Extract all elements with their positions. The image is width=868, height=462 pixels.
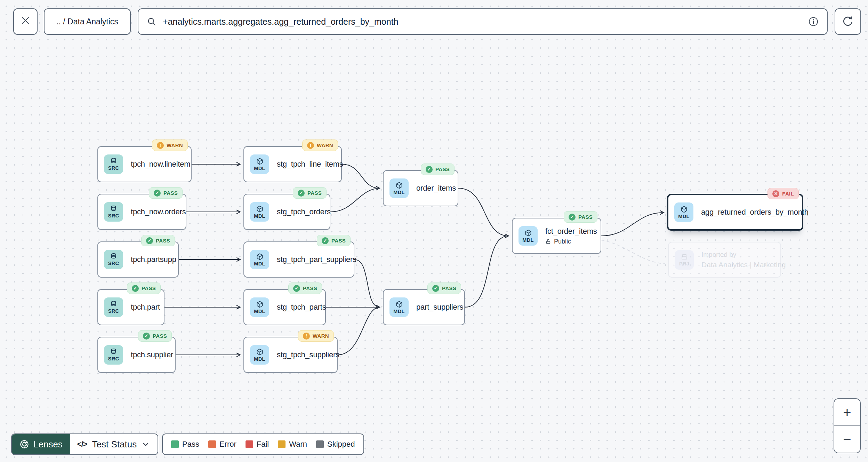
node-label: fct_order_items [545,227,597,236]
status-label: FAIL [782,191,794,197]
test-status-legend: Pass Error Fail Warn Skipped [162,433,364,455]
code-icon: </> [77,440,87,449]
check-icon: ✓ [298,190,305,197]
status-label: WARN [167,142,183,148]
warn-icon: ! [303,333,310,340]
node-label: stg_tpch_orders [277,207,331,216]
cube-icon [256,205,264,213]
cube-icon [256,158,264,165]
node-label: agg_returned_orders_by_month [701,208,809,217]
cube-icon [395,182,403,189]
info-icon[interactable] [808,16,819,27]
node-tpch-supplier[interactable]: ✓PASS SRC tpch.supplier [97,337,176,373]
legend-item-skipped: Skipped [316,440,355,449]
node-label: tpch.partsupp [131,255,176,264]
node-agg-returned-orders-by-month[interactable]: ✕FAIL MDL agg_returned_orders_by_month [667,194,803,231]
node-stg-tpch-line-items[interactable]: !WARN MDL stg_tpch_line_items [243,146,342,182]
model-type-icon: MDL [250,154,269,174]
source-type-icon: SRC [104,345,123,365]
check-icon: ✓ [293,285,300,292]
lens-selected-value: Test Status [92,439,137,450]
search-input[interactable] [163,17,802,27]
lenses-button[interactable]: Lenses [12,434,70,454]
zoom-out-button[interactable]: − [834,426,860,453]
search-bar[interactable] [138,8,828,35]
node-stg-tpch-suppliers[interactable]: !WARN MDL stg_tpch_suppliers [243,337,338,373]
database-icon [110,348,117,356]
status-badge: ✓PASS [317,235,351,246]
status-label: PASS [578,214,593,220]
imported-by-label: Imported by [701,251,786,258]
node-label: tpch_now.orders [131,207,186,216]
status-label: PASS [442,285,456,291]
database-icon [110,253,117,260]
lineage-canvas[interactable]: .. / Data Analytics !WARN SRC tpch_now.l… [0,0,868,462]
cube-icon [680,206,688,213]
status-label: PASS [156,238,170,244]
node-tpch-part[interactable]: ✓PASS SRC tpch.part [97,289,164,325]
close-button[interactable] [13,8,38,35]
model-type-icon: MDL [250,345,269,365]
project-name: Data Analytics | Marketing [701,261,786,269]
status-badge: ✓PASS [141,235,175,246]
skipped-swatch [316,440,324,448]
check-icon: ✓ [426,166,433,173]
aperture-icon [19,439,29,449]
node-part-suppliers[interactable]: ✓PASS MDL part_suppliers [383,289,465,325]
source-type-icon: SRC [104,297,123,317]
source-type-icon: SRC [104,154,123,174]
node-label: order_items [416,184,456,193]
check-icon: ✓ [322,237,329,244]
fail-swatch [246,440,253,448]
search-icon [147,17,156,26]
lens-selector-dropdown[interactable]: </> Test Status [70,434,158,454]
check-icon: ✓ [146,237,153,244]
status-label: PASS [331,238,346,244]
status-label: WARN [317,142,333,148]
status-badge: !WARN [298,330,334,342]
status-label: WARN [313,333,329,339]
model-type-icon: MDL [519,226,538,246]
refresh-icon [842,16,854,27]
node-stg-tpch-parts[interactable]: ✓PASS MDL stg_tpch_parts [243,289,326,325]
close-icon [20,15,31,28]
source-type-icon: SRC [104,202,123,222]
warn-icon: ! [157,142,164,149]
status-label: PASS [153,333,167,339]
model-type-icon: MDL [389,178,409,198]
node-label: tpch.supplier [131,350,173,359]
cube-icon [256,253,264,261]
status-badge: !WARN [302,140,338,151]
status-label: PASS [163,190,178,196]
status-badge: ✕FAIL [767,188,799,199]
fail-icon: ✕ [772,190,779,197]
status-badge: ✓PASS [138,330,172,342]
check-icon: ✓ [569,214,576,221]
database-icon [110,158,117,165]
zoom-controls: + − [834,398,861,453]
node-imported-by-project: PRJ Imported by Data Analytics | Marketi… [668,242,781,278]
status-badge: ✓PASS [288,282,322,294]
status-badge: ✓PASS [564,211,597,223]
node-label: stg_tpch_parts [277,303,326,312]
edges-layer [0,0,868,462]
legend-item-warn: Warn [278,440,307,449]
cube-icon [256,348,264,356]
node-stg-tpch-orders[interactable]: ✓PASS MDL stg_tpch_orders [243,194,330,230]
status-label: PASS [435,166,450,172]
breadcrumb[interactable]: .. / Data Analytics [44,8,131,35]
refresh-button[interactable] [835,8,861,35]
node-stg-tpch-part-suppliers[interactable]: ✓PASS MDL stg_tpch_part_suppliers [243,241,354,278]
status-badge: ✓PASS [293,187,327,199]
node-tpch-partsupp[interactable]: ✓PASS SRC tpch.partsupp [97,241,179,278]
node-label: stg_tpch_suppliers [277,350,339,359]
zoom-in-button[interactable]: + [834,399,860,426]
legend-item-error: Error [208,440,236,449]
lens-control-group: Lenses </> Test Status [11,433,158,455]
node-order-items[interactable]: ✓PASS MDL order_items [383,170,458,206]
node-tpch-now-lineitem[interactable]: !WARN SRC tpch_now.lineitem [97,146,192,182]
database-icon [110,205,117,213]
node-fct-order-items[interactable]: ✓PASS MDL fct_order_items Public [512,218,601,254]
node-tpch-now-orders[interactable]: ✓PASS SRC tpch_now.orders [97,194,186,230]
legend-item-pass: Pass [171,440,199,449]
